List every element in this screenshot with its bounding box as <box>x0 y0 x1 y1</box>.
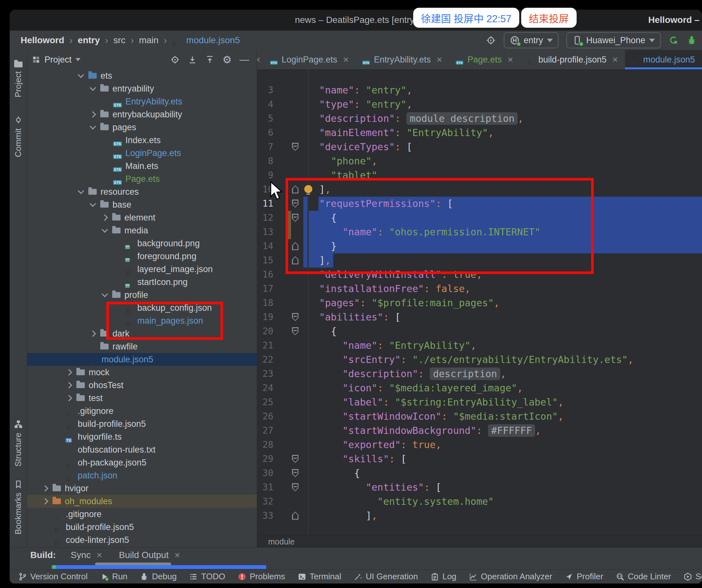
breadcrumb-file[interactable]: {}module.json5 <box>172 35 240 45</box>
collapse-all-icon[interactable] <box>205 55 215 65</box>
tree-item-oh-modules[interactable]: oh_modules <box>27 495 257 508</box>
tree-item-code-linter-json5[interactable]: {}code-linter.json5 <box>27 534 257 547</box>
tree-item-build-profile-json5[interactable]: {}build-profile.json5 <box>27 520 257 534</box>
tree-item-ets[interactable]: ets <box>27 69 257 82</box>
tree-item-starticon-png[interactable]: startIcon.png <box>27 276 257 288</box>
tab-module-json5[interactable]: {}module.json5 <box>625 50 702 69</box>
tree-item-rawfile[interactable]: rawfile <box>27 340 257 353</box>
code-line-15[interactable]: 15 ], <box>257 253 702 267</box>
chevron-right-icon[interactable] <box>90 330 96 337</box>
rerun-app-icon[interactable] <box>669 35 679 45</box>
code-line-5[interactable]: 5 "description": module description, <box>257 112 702 126</box>
screencast-stop-button[interactable]: 结束投屏 <box>521 8 577 28</box>
statusbar-item-problems[interactable]: Problems <box>238 572 285 582</box>
statusbar-item-log[interactable]: Log <box>430 572 456 582</box>
hide-panel-icon[interactable]: — <box>239 55 249 65</box>
code-line-27[interactable]: 27 "startWindowBackground": #FFFFFF, <box>257 424 702 438</box>
code-line-17[interactable]: 17 "installationFree": false, <box>257 282 702 296</box>
chevron-down-icon[interactable] <box>76 58 81 61</box>
tree-item-hvigorfile-ts[interactable]: TShvigorfile.ts <box>27 430 257 443</box>
code-line-12[interactable]: 12 { <box>257 211 702 225</box>
tree-item-hvigor[interactable]: hvigor <box>27 482 257 495</box>
tree-item-oh-package-json5[interactable]: {}oh-package.json5 <box>27 456 257 469</box>
tree-item-resources[interactable]: resources <box>27 186 257 198</box>
tree-item-index-ets[interactable]: ETSIndex.ets <box>27 134 257 147</box>
code-line-31[interactable]: 31 "entities": [ <box>257 480 702 494</box>
gear-icon[interactable]: ⚙ <box>222 54 232 65</box>
tree-item-entryability[interactable]: entryability <box>27 82 257 95</box>
tree-item-main-pages-json[interactable]: {}main_pages.json <box>27 314 257 327</box>
statusbar-item-run[interactable]: Run <box>100 572 128 582</box>
tab-n-pages-json[interactable]: n_pages.json× <box>257 50 264 69</box>
tree-item-element[interactable]: element <box>27 211 257 224</box>
close-icon[interactable]: × <box>508 54 513 65</box>
code-line-9[interactable]: 9 "tablet" <box>257 168 702 183</box>
code-line-22[interactable]: 22 "srcEntry": "./ets/entryability/Entry… <box>257 353 702 367</box>
code-line-25[interactable]: 25 "label": "$string:EntryAbility_label"… <box>257 395 702 409</box>
tree-item-mock[interactable]: mock <box>27 366 257 379</box>
code-line-33[interactable]: 33 ], <box>257 509 702 523</box>
tree-item-pages[interactable]: pages <box>27 121 257 134</box>
chevron-down-icon[interactable] <box>102 226 108 233</box>
chevron-right-icon[interactable] <box>66 369 72 375</box>
chevron-down-icon[interactable] <box>90 85 96 91</box>
stripe-item-structure[interactable]: Structure <box>13 420 23 467</box>
code-line-20[interactable]: 20 { <box>257 324 702 339</box>
close-icon[interactable]: × <box>97 550 103 561</box>
code-line-24[interactable]: 24 "icon": "$media:layered_image", <box>257 381 702 395</box>
tree-item-layered-image-json[interactable]: {}layered_image.json <box>27 263 257 276</box>
chevron-down-icon[interactable] <box>90 123 96 130</box>
tree-item-gitignore[interactable]: ⊘.gitignore <box>27 508 257 520</box>
build-tab-build-output[interactable]: Build Output× <box>119 550 180 561</box>
tree-item-module-json5[interactable]: {}module.json5 <box>27 353 257 366</box>
close-icon[interactable]: × <box>437 54 443 65</box>
code-line-28[interactable]: 28 "exported": true, <box>257 438 702 452</box>
code-line-16[interactable]: 16 "deliveryWithInstall": true, <box>257 267 702 282</box>
editor-breadcrumb-item[interactable]: module <box>268 537 295 547</box>
statusbar-item-services[interactable]: Services <box>683 572 702 582</box>
code-line-32[interactable]: 32 "entity.system.home" <box>257 494 702 509</box>
code-line-7[interactable]: 7 "deviceTypes": [ <box>257 140 702 154</box>
chevron-right-icon[interactable] <box>66 382 72 388</box>
tree-item-loginpage-ets[interactable]: ETSLoginPage.ets <box>27 147 257 159</box>
statusbar-item-version-control[interactable]: Version Control <box>18 572 88 582</box>
tree-item-gitignore[interactable]: ⊘.gitignore <box>27 404 257 418</box>
code-line-6[interactable]: 6 "mainElement": "EntryAbility", <box>257 126 702 140</box>
statusbar-item-operation-analyzer[interactable]: Operation Analyzer <box>469 572 552 582</box>
build-tab-sync[interactable]: Sync× <box>71 550 102 561</box>
chevron-right-icon[interactable] <box>42 498 48 504</box>
tree-item-page-ets[interactable]: ETSPage.ets <box>27 172 257 186</box>
tree-item-media[interactable]: media <box>27 224 257 237</box>
statusbar-item-terminal[interactable]: Terminal <box>298 572 341 582</box>
module-selector[interactable]: entry <box>504 32 559 48</box>
tree-item-entrybackupability[interactable]: entrybackupability <box>27 108 257 121</box>
code-line-13[interactable]: 13 "name": "ohos.permission.INTERNET" <box>257 225 702 239</box>
tree-item-profile[interactable]: profile <box>27 288 257 302</box>
statusbar-item-debug[interactable]: Debug <box>139 572 177 582</box>
close-icon[interactable]: × <box>612 54 618 65</box>
code-line-3[interactable]: 3 "name": "entry", <box>257 83 702 97</box>
code-line-18[interactable]: 18 "pages": "$profile:main_pages", <box>257 296 702 310</box>
tree-item-backup-config-json[interactable]: {}backup_config.json <box>27 302 257 314</box>
tree-item-obfuscation-rules-txt[interactable]: ≡obfuscation-rules.txt <box>27 443 257 456</box>
tree-item-background-png[interactable]: background.png <box>27 237 257 250</box>
code-line-19[interactable]: 19 "abilities": [ <box>257 310 702 324</box>
code-line-30[interactable]: 30 { <box>257 466 702 480</box>
close-icon[interactable]: × <box>343 54 349 65</box>
chevron-down-icon[interactable] <box>102 291 108 297</box>
tree-item-foreground-png[interactable]: foreground.png <box>27 250 257 263</box>
code-line-21[interactable]: 21 "name": "EntryAbility", <box>257 339 702 353</box>
close-icon[interactable]: × <box>257 54 260 65</box>
expand-all-icon[interactable] <box>188 55 197 65</box>
chevron-right-icon[interactable] <box>66 395 72 401</box>
tab-build-profile-json5[interactable]: {}build-profile.json5× <box>520 50 625 69</box>
tab-entryability-ets[interactable]: ETSEntryAbility.ets× <box>356 50 449 69</box>
breadcrumb-item-main[interactable]: main <box>139 35 158 45</box>
chevron-down-icon[interactable] <box>90 201 96 207</box>
code-line-10[interactable]: 10 ], <box>257 183 702 197</box>
locate-target-icon[interactable] <box>486 35 496 45</box>
chevron-down-icon[interactable] <box>78 72 84 78</box>
code-line-11[interactable]: 11 "requestPermissions": [ <box>257 197 702 211</box>
chevron-right-icon[interactable] <box>90 111 96 118</box>
stripe-item-commit[interactable]: Commit <box>13 115 23 157</box>
